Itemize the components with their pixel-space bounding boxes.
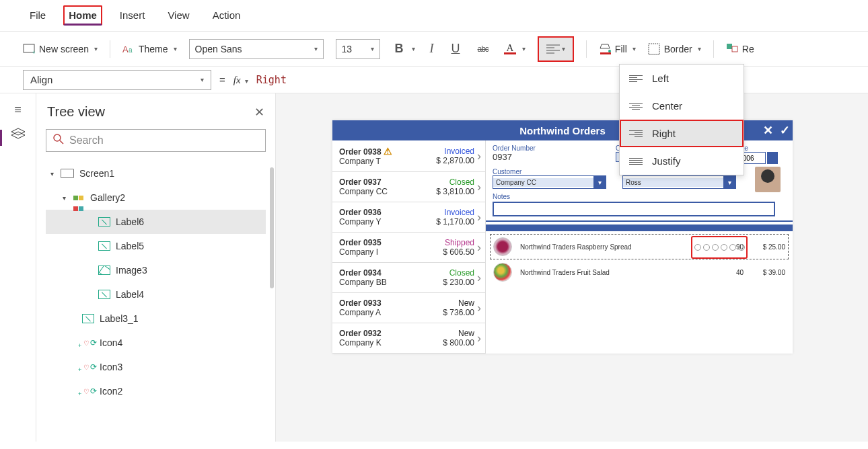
svg-text:a: a (129, 46, 133, 54)
menu-home[interactable]: Home (63, 5, 102, 26)
line-item-row-selected[interactable]: Northwind Traders Raspberry Spread 90 $ … (490, 234, 789, 259)
menu-view[interactable]: View (162, 5, 194, 26)
tree-node-label6[interactable]: Label6 (46, 210, 266, 234)
collapse-icon[interactable]: ▾ (48, 170, 55, 177)
app-title: Northwind Orders (519, 125, 606, 136)
chevron-right-icon: › (477, 331, 481, 345)
align-right-item[interactable]: Right (620, 120, 744, 147)
tree-node-label4[interactable]: Label4 (46, 282, 266, 307)
fx-button[interactable]: fx ▾ (233, 74, 248, 86)
align-center-item[interactable]: Center (620, 92, 744, 120)
confirm-icon[interactable]: ✓ (780, 123, 790, 138)
svg-rect-10 (600, 52, 611, 54)
font-color-icon: A (503, 43, 517, 55)
menu-action[interactable]: Action (207, 5, 246, 26)
product-image (493, 263, 512, 282)
align-left-icon (629, 75, 643, 82)
close-panel-button[interactable]: ✕ (254, 105, 264, 120)
employee-combobox[interactable]: Ross▾ (622, 175, 736, 189)
chevron-down-icon: ▾ (94, 45, 98, 52)
border-button[interactable]: Border ▾ (648, 43, 701, 55)
image-icon (98, 266, 110, 275)
fill-bucket-icon (599, 43, 611, 55)
orders-gallery[interactable]: Order 0938 ⚠Company TInvoiced$ 2,870.00›… (332, 140, 486, 354)
fill-button[interactable]: Fill ▾ (599, 43, 636, 55)
gallery-icon (73, 192, 85, 204)
selection-handles[interactable] (691, 236, 748, 259)
order-date-picker[interactable] (739, 152, 786, 164)
svg-rect-12 (727, 44, 732, 49)
product-name: Northwind Traders Raspberry Spread (520, 243, 715, 251)
align-left-item[interactable]: Left (620, 65, 744, 92)
line-item-row[interactable]: Northwind Traders Fruit Salad 40 $ 39.00 (490, 259, 789, 285)
align-center-icon (629, 103, 643, 110)
chevron-right-icon: › (477, 241, 481, 255)
order-row[interactable]: Order 0937Company CCClosed$ 3,810.00› (332, 172, 485, 202)
bold-button[interactable]: B▾ (392, 42, 415, 56)
align-justify-item[interactable]: Justify (620, 147, 744, 175)
hamburger-icon[interactable]: ≡ (14, 103, 22, 117)
field-label: Notes (493, 193, 786, 200)
font-color-button[interactable]: A ▾ (503, 43, 526, 55)
text-align-button[interactable]: ▾ (538, 36, 574, 62)
menu-insert[interactable]: Insert (114, 5, 151, 26)
strikethrough-button[interactable]: abc (475, 44, 491, 54)
new-screen-button[interactable]: + New screen ▾ (23, 43, 98, 55)
tree-node-icon4[interactable]: +♡⟳ Icon4 (46, 331, 266, 355)
chevron-down-icon: ▾ (201, 76, 204, 83)
canvas[interactable]: Northwind Orders ✕ ✓ Order 0938 ⚠Company… (276, 93, 868, 442)
tree-search-input[interactable]: Search (46, 129, 266, 152)
line-items-gallery[interactable]: Northwind Traders Raspberry Spread 90 $ … (486, 231, 793, 288)
order-row[interactable]: Order 0936Company YInvoiced$ 1,170.00› (332, 202, 485, 233)
powerapps-icon-icon: +♡⟳ (82, 362, 94, 372)
chevron-down-icon: ▾ (723, 176, 735, 188)
svg-rect-13 (732, 46, 737, 52)
order-row[interactable]: Order 0933Company ANew$ 736.00› (332, 293, 485, 323)
layers-icon (11, 128, 26, 140)
underline-button[interactable]: U (449, 42, 463, 56)
svg-marker-8 (600, 44, 610, 48)
search-icon (53, 134, 64, 147)
screen-icon (61, 169, 74, 178)
tree-node-image3[interactable]: Image3 (46, 258, 266, 282)
font-name-select[interactable]: Open Sans ▾ (189, 39, 324, 59)
font-size-select[interactable]: 13 ▾ (336, 39, 380, 59)
product-price-label[interactable]: $ 25.00 (752, 243, 785, 251)
warning-icon: ⚠ (384, 146, 392, 157)
product-name: Northwind Traders Fruit Salad (520, 269, 715, 276)
collapse-icon[interactable]: ▾ (61, 194, 67, 202)
tree-view-title: Tree view (47, 104, 105, 120)
menu-file[interactable]: File (24, 5, 51, 26)
tree-node-label3_1[interactable]: Label3_1 (46, 307, 266, 331)
product-qty: 40 (723, 269, 744, 276)
chevron-down-icon: ▾ (698, 45, 701, 52)
order-row[interactable]: Order 0935Company IShipped$ 606.50› (332, 233, 485, 263)
tree-node-label5[interactable]: Label5 (46, 234, 266, 258)
tree-node-icon3[interactable]: +♡⟳ Icon3 (46, 355, 266, 379)
property-select[interactable]: Align ▾ (23, 70, 211, 90)
chevron-right-icon: › (477, 180, 481, 194)
formula-input[interactable]: Right (256, 74, 287, 86)
align-lines-icon (546, 44, 560, 54)
tree-view-panel: Tree view ✕ Search ▾ Screen1 ▾ Gallery2 (36, 93, 276, 442)
label-icon (98, 241, 110, 251)
tree-view-rail-button[interactable] (11, 128, 26, 142)
tree-node-gallery2[interactable]: ▾ Gallery2 (46, 186, 266, 210)
scrollbar[interactable] (270, 167, 274, 288)
calendar-icon[interactable] (767, 152, 778, 164)
align-justify-icon (629, 158, 643, 165)
border-icon (648, 43, 660, 55)
theme-button[interactable]: Aa Theme ▾ (122, 43, 177, 55)
powerapps-icon-icon: +♡⟳ (82, 386, 94, 397)
order-row[interactable]: Order 0932Company KNew$ 800.00› (332, 323, 485, 354)
reorder-button[interactable]: Re (726, 43, 754, 55)
order-row[interactable]: Order 0934Company BBClosed$ 230.00› (332, 263, 485, 293)
cancel-icon[interactable]: ✕ (763, 123, 773, 138)
align-dropdown-menu: Left Center Right Justify (619, 64, 744, 175)
order-row[interactable]: Order 0938 ⚠Company TInvoiced$ 2,870.00› (332, 140, 485, 172)
customer-combobox[interactable]: Company CC▾ (493, 175, 606, 189)
notes-input[interactable] (493, 202, 775, 216)
tree-node-screen1[interactable]: ▾ Screen1 (46, 161, 266, 186)
tree-node-icon2[interactable]: +♡⟳ Icon2 (46, 379, 266, 403)
italic-button[interactable]: I (427, 42, 437, 56)
